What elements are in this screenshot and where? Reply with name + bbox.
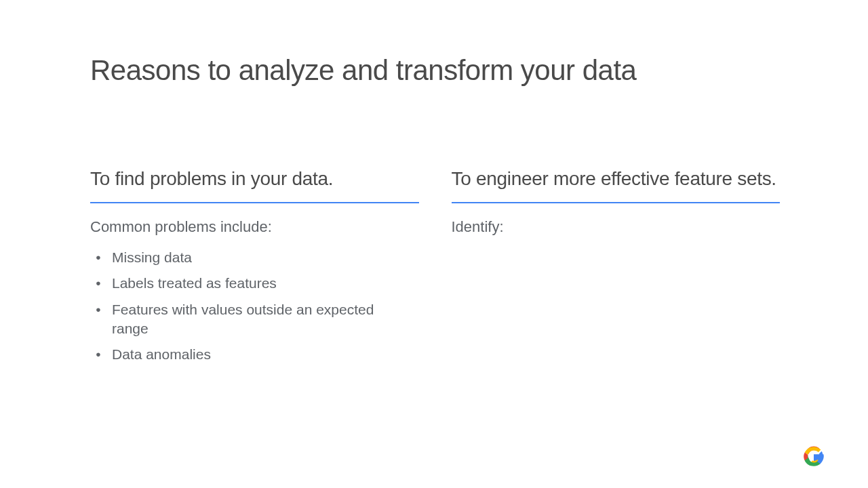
bullet-item: Features with values outside an expected… — [112, 300, 403, 339]
columns-wrapper: To find problems in your data. Common pr… — [90, 168, 780, 371]
bullet-item: Data anomalies — [112, 345, 403, 364]
left-column-heading: To find problems in your data. — [90, 168, 419, 203]
bullet-item: Labels treated as features — [112, 274, 403, 293]
slide-title: Reasons to analyze and transform your da… — [90, 54, 780, 87]
right-column-heading: To engineer more effective feature sets. — [452, 168, 781, 203]
left-bullet-list: Missing data Labels treated as features … — [90, 248, 419, 365]
left-column: To find problems in your data. Common pr… — [90, 168, 419, 371]
bullet-item: Missing data — [112, 248, 403, 267]
slide-container: Reasons to analyze and transform your da… — [0, 0, 868, 371]
right-column: To engineer more effective feature sets.… — [452, 168, 781, 371]
left-column-subheading: Common problems include: — [90, 218, 419, 236]
google-cloud-logo-icon — [802, 443, 826, 468]
right-column-subheading: Identify: — [452, 218, 781, 236]
